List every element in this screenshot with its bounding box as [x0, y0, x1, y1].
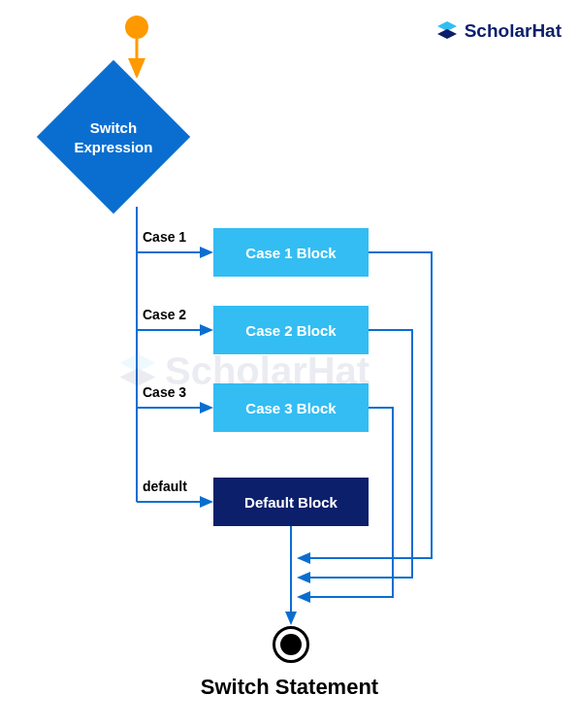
diagram-title: Switch Statement: [0, 675, 579, 700]
case1-block: Case 1 Block: [213, 228, 369, 277]
brand-logo: ScholarHat: [435, 19, 562, 43]
switch-line1: Switch: [90, 119, 137, 136]
end-node-fill: [280, 634, 302, 655]
start-node: [125, 16, 148, 39]
default-block: Default Block: [213, 478, 369, 526]
case3-block: Case 3 Block: [213, 383, 369, 432]
default-label: default: [143, 479, 187, 494]
case2-block: Case 2 Block: [213, 306, 369, 354]
switch-line2: Expression: [75, 138, 153, 154]
case2-label: Case 2: [143, 307, 186, 322]
switch-decision-wrap: Switch Expression: [59, 83, 168, 191]
end-node: [273, 626, 309, 663]
case3-label: Case 3: [143, 384, 186, 400]
flowchart-stage: Switch Expression Case 1 Case 2 Case 3 d…: [0, 0, 579, 728]
case1-label: Case 1: [143, 229, 186, 245]
switch-decision-label: Switch Expression: [75, 118, 153, 156]
brand-icon: [435, 19, 459, 43]
switch-decision: Switch Expression: [37, 60, 190, 214]
brand-name: ScholarHat: [465, 20, 562, 42]
